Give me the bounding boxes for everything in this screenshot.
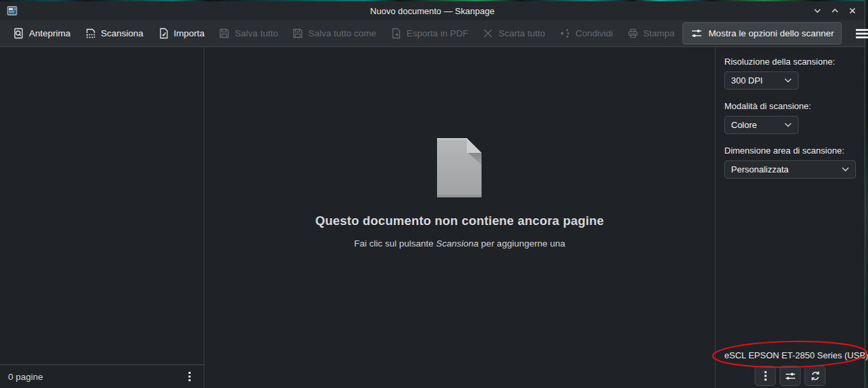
menu-button[interactable]: [852, 26, 868, 42]
kebab-icon: [185, 370, 194, 383]
import-icon: [158, 28, 169, 39]
save-all-as-button[interactable]: Salva tutto come: [286, 24, 382, 43]
preview-icon: [13, 28, 24, 39]
sidebar-statusbar: 0 pagine: [0, 364, 204, 388]
scan-area-value: Personalizzata: [731, 164, 788, 174]
save-all-as-label: Salva tutto come: [308, 28, 376, 38]
save-as-icon: [292, 28, 303, 39]
resolution-value: 300 DPI: [731, 75, 763, 86]
minimize-button[interactable]: [812, 5, 823, 16]
scan-label: Scansiona: [101, 28, 144, 38]
chevron-up-icon: [830, 6, 840, 15]
close-icon: [848, 6, 857, 15]
close-button[interactable]: [847, 5, 858, 16]
hamburger-icon: [855, 27, 868, 40]
scan-mode-value: Colore: [731, 120, 757, 130]
document-view: Questo documento non contiene ancora pag…: [204, 47, 715, 388]
empty-state-title: Questo documento non contiene ancora pag…: [316, 214, 604, 228]
main-toolbar: Anteprima Scansiona Importa Salva tutto: [0, 20, 865, 47]
scanner-settings-button[interactable]: [780, 366, 801, 386]
refresh-devices-button[interactable]: [805, 366, 826, 386]
save-all-button[interactable]: Salva tutto: [212, 24, 284, 43]
share-button[interactable]: Condividi: [553, 24, 619, 43]
export-pdf-button[interactable]: Esporta in PDF: [384, 24, 475, 43]
sliders-icon: [691, 28, 703, 39]
print-button[interactable]: Stampa: [621, 24, 681, 43]
share-icon: [559, 28, 571, 39]
blank-page-icon: [437, 138, 482, 197]
scanner-device-name: eSCL EPSON ET-2850 Series (USB): [724, 350, 856, 360]
page-count: 0 pagine: [8, 372, 43, 382]
scan-mode-label: Modalità di scansione:: [724, 101, 856, 111]
scanner-actions: [724, 366, 856, 387]
window-title: Nuovo documento — Skanpage: [0, 6, 865, 16]
empty-state-hint: Fai clic sul pulsante Scansiona per aggi…: [354, 238, 565, 249]
discard-all-label: Scarta tutto: [498, 28, 545, 38]
discard-icon: [482, 28, 494, 39]
screen: Nuovo documento — Skanpage: [0, 0, 868, 388]
resolution-label: Risoluzione della scansione:: [724, 57, 856, 67]
preview-button[interactable]: Anteprima: [7, 24, 77, 43]
scanner-menu-button[interactable]: [755, 366, 776, 386]
save-icon: [219, 28, 230, 39]
scanner-options-panel: Risoluzione della scansione: 300 DPI Mod…: [715, 47, 865, 388]
sliders-icon: [784, 370, 797, 382]
refresh-icon: [809, 370, 821, 382]
chevron-down-icon: [784, 78, 792, 83]
hint-suffix: per aggiungerne una: [479, 238, 565, 249]
show-scanner-options-toggle[interactable]: Mostra le opzioni dello scanner: [683, 22, 842, 44]
print-label: Stampa: [643, 28, 675, 38]
scan-button[interactable]: Scansiona: [79, 24, 150, 43]
show-scanner-options-label: Mostra le opzioni dello scanner: [708, 28, 834, 38]
skanpage-app-icon: [7, 5, 18, 16]
titlebar[interactable]: Nuovo documento — Skanpage: [0, 1, 865, 20]
desktop-edge-right: [865, 0, 868, 388]
print-icon: [627, 28, 639, 39]
maximize-button[interactable]: [830, 5, 840, 16]
chevron-down-icon: [842, 167, 849, 172]
hint-scan-word: Scansiona: [436, 238, 479, 249]
export-pdf-label: Esporta in PDF: [407, 28, 469, 38]
resolution-dropdown[interactable]: 300 DPI: [724, 71, 799, 90]
page-list: [0, 47, 204, 364]
kebab-icon: [761, 370, 770, 382]
hint-prefix: Fai clic sul pulsante: [354, 238, 436, 249]
page-list-menu-button[interactable]: [183, 369, 196, 384]
page-list-sidebar: 0 pagine: [0, 47, 204, 388]
scan-area-dropdown[interactable]: Personalizzata: [724, 160, 856, 179]
chevron-down-icon: [784, 123, 792, 127]
save-all-label: Salva tutto: [235, 28, 278, 38]
import-button[interactable]: Importa: [152, 24, 211, 43]
scan-icon: [85, 28, 96, 39]
share-label: Condividi: [575, 28, 613, 38]
export-pdf-icon: [390, 28, 402, 39]
import-label: Importa: [174, 28, 205, 38]
chevron-down-icon: [813, 6, 822, 15]
discard-all-button[interactable]: Scarta tutto: [476, 24, 551, 43]
skanpage-window: Nuovo documento — Skanpage: [0, 1, 865, 388]
preview-label: Anteprima: [29, 28, 71, 38]
scan-mode-dropdown[interactable]: Colore: [724, 116, 799, 134]
scan-area-label: Dimensione area di scansione:: [724, 146, 856, 156]
empty-state: Questo documento non contiene ancora pag…: [316, 138, 604, 249]
